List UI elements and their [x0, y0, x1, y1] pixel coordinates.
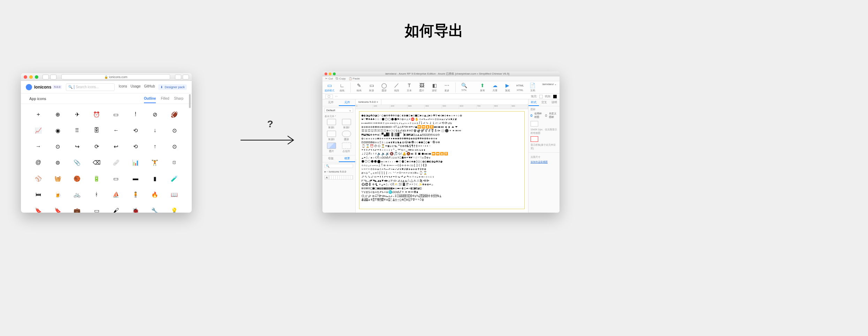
style-dropdown[interactable]: ▢: [325, 94, 333, 99]
swatch-default[interactable]: [531, 121, 538, 127]
traffic-light-minimize[interactable]: [29, 75, 33, 79]
arrow-up-icon[interactable]: ↑: [145, 142, 165, 151]
tool-zoom[interactable]: 🔍 57%: [460, 83, 468, 91]
line-swatch[interactable]: [553, 95, 557, 98]
tool-image[interactable]: 🖼 图片: [418, 83, 426, 92]
search-input[interactable]: 🔍 Search icons...: [66, 83, 115, 91]
tool-preview[interactable]: ▶ 预览: [503, 83, 512, 92]
tool-share[interactable]: ☁ 共享: [491, 83, 499, 92]
alert-icon[interactable]: !: [126, 109, 145, 119]
nav-usage[interactable]: Usage: [130, 84, 140, 90]
rp-tab-style[interactable]: 样式: [528, 99, 539, 106]
boat-icon[interactable]: ⛵: [106, 190, 126, 199]
apps-icon[interactable]: ⠿: [68, 125, 87, 135]
tab-sharp[interactable]: Sharp: [174, 97, 183, 101]
close-icon[interactable]: ×: [376, 100, 378, 104]
tool-html[interactable]: HTML HTML: [516, 83, 524, 91]
user-menu[interactable]: iamxiarui⌄: [542, 83, 557, 86]
tool-rect[interactable]: ▭ 矩形: [367, 83, 376, 92]
arrow-undo-circle-icon[interactable]: ⟲: [126, 142, 145, 151]
shape-rect2[interactable]: [342, 119, 351, 125]
scrollbar-thumb[interactable]: [189, 94, 191, 108]
bicycle-icon[interactable]: 🚲: [68, 190, 87, 199]
alarm-icon[interactable]: ⏰: [87, 109, 106, 119]
arrow-redo-icon[interactable]: ↪: [68, 142, 87, 151]
paste-menu[interactable]: 📋 Paste: [349, 77, 360, 80]
bulb-icon[interactable]: 💡: [165, 206, 184, 213]
outline-search[interactable]: 🔍: [325, 164, 353, 168]
arrow-redo-circle-icon[interactable]: ⟳: [87, 142, 106, 151]
body-icon[interactable]: 🧍: [126, 190, 145, 199]
battery-dead-icon[interactable]: ▭: [106, 174, 126, 183]
bluetooth-icon[interactable]: ᚼ: [87, 190, 106, 199]
arrow-back-icon[interactable]: ←: [106, 125, 126, 135]
traffic-light-zoom[interactable]: [333, 72, 336, 75]
arrow-down-circle-icon[interactable]: ⊙: [165, 125, 184, 135]
tool-more[interactable]: ⋯ 更多: [443, 83, 451, 92]
albums-icon[interactable]: ▭: [106, 109, 126, 119]
nav-back-button[interactable]: [43, 75, 49, 79]
arrow-up-circle-icon[interactable]: ⊙: [165, 142, 184, 151]
arrow-forward-icon[interactable]: →: [29, 142, 48, 151]
tabs-button[interactable]: [183, 75, 189, 79]
arrow-back-circle-icon[interactable]: ⟲: [126, 125, 145, 135]
rp-tab-notes[interactable]: 说明: [549, 99, 559, 106]
tab-filled[interactable]: Filled: [161, 97, 169, 101]
bar-chart-icon[interactable]: 📊: [126, 158, 145, 167]
traffic-light-minimize[interactable]: [329, 72, 332, 75]
basket-icon[interactable]: 🧺: [48, 174, 68, 183]
bug-icon[interactable]: 🐞: [126, 206, 145, 213]
battery-full-icon[interactable]: ▬: [126, 174, 145, 183]
lp-tab-pages[interactable]: 元件: [322, 99, 339, 106]
traffic-light-zoom[interactable]: [35, 75, 38, 79]
airplane-icon[interactable]: ✈: [68, 109, 87, 119]
basketball-icon[interactable]: 🏀: [68, 174, 87, 183]
shape-image[interactable]: [327, 143, 336, 149]
radio-custom[interactable]: [545, 114, 547, 117]
tool-line[interactable]: ／ 线段: [393, 83, 401, 92]
tool-docs[interactable]: 📄 文档: [528, 83, 537, 92]
rp-tab-interact[interactable]: 交互: [539, 99, 549, 106]
nav-github[interactable]: GitHub: [144, 84, 155, 90]
outline-item[interactable]: ▸ ▫ Ionicons 5.0.0: [322, 169, 355, 174]
nav-icons[interactable]: Icons: [119, 84, 127, 90]
beaker-icon[interactable]: 🧪: [165, 174, 184, 183]
attach-icon[interactable]: 📎: [68, 158, 87, 167]
alert-circle-icon[interactable]: ⊘: [145, 109, 165, 119]
bed-icon[interactable]: 🛏: [29, 190, 48, 199]
brush-icon[interactable]: 🖌: [106, 206, 126, 213]
add-adaptive-view-link[interactable]: 添加自适应视图: [528, 160, 559, 165]
canvas-tab[interactable]: Ionicons 5.0.0 ×: [356, 99, 381, 105]
tab-outline[interactable]: Outline: [144, 97, 156, 103]
barbell-icon[interactable]: 🏋: [145, 158, 165, 167]
aperture-icon[interactable]: ◉: [48, 125, 68, 135]
arrow-down-icon[interactable]: ↓: [145, 125, 165, 135]
lp-tab-outline[interactable]: 概要: [339, 155, 355, 162]
add-icon[interactable]: ＋: [29, 109, 48, 119]
shape-placeholder[interactable]: [342, 143, 351, 149]
swatch-highlight[interactable]: [531, 136, 538, 142]
tool-circle[interactable]: ◯ 圆形: [380, 83, 388, 92]
tool-select[interactable]: ▭ 选择模式: [325, 83, 334, 92]
traffic-light-close[interactable]: [24, 75, 27, 79]
tool-connect[interactable]: ∟ 连线: [338, 83, 346, 92]
fill-swatch[interactable]: [539, 95, 543, 98]
icon-block-selection[interactable]: ●◐◑◒◓◔◕○◦◯◉⊙⊚⊛⊜⊝◍◌◖◗◼◻◾◽■□▪▫▲△▶▷▼▽◀◁◆◇◈★…: [359, 111, 525, 209]
barcode-icon[interactable]: ⎅: [165, 158, 184, 167]
archive-icon[interactable]: 🗄: [87, 125, 106, 135]
bookmark-icon[interactable]: 🔖: [29, 206, 48, 213]
arrow-forward-circle-icon[interactable]: ⊙: [48, 142, 68, 151]
briefcase-icon[interactable]: 💼: [68, 206, 87, 213]
arrow-undo-icon[interactable]: ↩: [106, 142, 126, 151]
lp-tab-components[interactable]: 元件: [339, 99, 355, 106]
tool-shape[interactable]: ◧ 形状: [430, 83, 439, 92]
add-circle-icon[interactable]: ⊕: [48, 109, 68, 119]
beer-icon[interactable]: 🍺: [48, 190, 68, 199]
bandage-icon[interactable]: 🩹: [106, 158, 126, 167]
shape-rect3[interactable]: [327, 131, 336, 137]
shape-rect1[interactable]: [327, 119, 336, 125]
build-icon[interactable]: 🔧: [145, 206, 165, 213]
tool-publish[interactable]: ⬆ 发布: [478, 83, 487, 92]
traffic-light-close[interactable]: [325, 72, 327, 75]
book-icon[interactable]: 📖: [165, 190, 184, 199]
